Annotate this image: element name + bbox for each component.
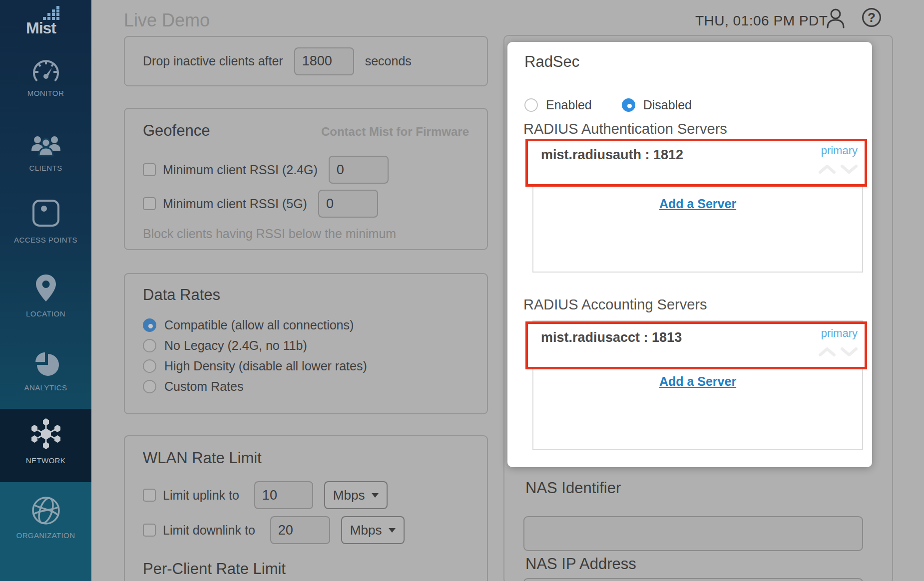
- add-acct-server-link[interactable]: Add a Server: [532, 374, 863, 389]
- radsec-enabled-label: Enabled: [546, 98, 592, 112]
- wlan-rate-limit-title: WLAN Rate Limit: [143, 449, 469, 467]
- drop-inactive-panel: Drop inactive clients after seconds: [124, 36, 488, 86]
- chevron-down-icon: [372, 493, 379, 498]
- downlink-unit-select[interactable]: Mbps: [341, 516, 405, 544]
- geofence-note: Block clients having RSSI below the mini…: [143, 227, 469, 241]
- rate-custom-radio[interactable]: [143, 380, 156, 393]
- mist-logo-text: Mist: [26, 19, 56, 37]
- help-icon[interactable]: ?: [862, 8, 881, 27]
- nas-ip-label: NAS IP Address: [525, 555, 636, 573]
- help-glyph: ?: [868, 10, 876, 25]
- mist-wlan-settings-page: Mist MONITOR: [0, 0, 924, 581]
- sidebar: Mist MONITOR: [0, 0, 91, 581]
- radsec-title: RadSec: [524, 53, 579, 71]
- radius-acct-title: RADIUS Accounting Servers: [523, 296, 707, 313]
- sidebar-item-logo[interactable]: Mist: [0, 4, 91, 39]
- radsec-radio-group: Enabled Disabled: [524, 98, 692, 112]
- radius-auth-title: RADIUS Authentication Servers: [523, 121, 727, 137]
- uplink-value-input[interactable]: [254, 481, 313, 509]
- sidebar-item-label: NETWORK: [0, 456, 91, 465]
- sidebar-item-label: ACCESS POINTS: [0, 236, 91, 244]
- nas-identifier-label: NAS Identifier: [525, 479, 621, 497]
- move-up-icon[interactable]: [819, 347, 836, 357]
- limit-downlink-label: Limit downlink to: [163, 523, 255, 538]
- radius-spotlight-section: RadSec Enabled Disabled RADIUS Authentic…: [507, 42, 872, 467]
- rssi-24g-checkbox[interactable]: [143, 163, 156, 176]
- rate-compatible-radio[interactable]: [143, 318, 156, 332]
- location-pin-icon: [35, 274, 57, 303]
- downlink-unit-value: Mbps: [350, 523, 382, 538]
- downlink-value-input[interactable]: [270, 516, 330, 544]
- page-title: Live Demo: [124, 10, 210, 31]
- rate-nolegacy-radio[interactable]: [143, 339, 156, 352]
- radsec-enabled-radio[interactable]: [524, 98, 538, 112]
- limit-uplink-label: Limit uplink to: [163, 488, 239, 503]
- network-hex-icon: [29, 417, 62, 450]
- rate-highdensity-radio[interactable]: [143, 359, 156, 373]
- monitor-gauge-icon: [32, 58, 60, 85]
- radsec-disabled-radio[interactable]: [622, 98, 635, 112]
- geofence-panel: Geofence Contact Mist for Firmware Minim…: [124, 108, 488, 250]
- sidebar-item-label: MONITOR: [0, 89, 91, 97]
- uplink-unit-value: Mbps: [333, 488, 365, 503]
- sidebar-item-label: ORGANIZATION: [0, 531, 91, 540]
- sidebar-item-label: ANALYTICS: [0, 383, 91, 392]
- uplink-unit-select[interactable]: Mbps: [324, 481, 388, 509]
- drop-inactive-label: Drop inactive clients after: [143, 54, 283, 68]
- sidebar-item-label: LOCATION: [0, 309, 91, 318]
- sidebar-item-label: CLIENTS: [0, 164, 91, 172]
- data-rates-panel: Data Rates Compatible (allow all connect…: [124, 273, 488, 414]
- access-point-icon: [31, 199, 60, 228]
- nas-identifier-input[interactable]: [523, 516, 863, 551]
- rssi-24g-input[interactable]: [329, 156, 389, 184]
- rate-compatible-label: Compatible (allow all connections): [164, 318, 354, 332]
- move-up-icon[interactable]: [819, 164, 836, 174]
- auth-server-row[interactable]: mist.radiusauth : 1812: [541, 147, 683, 163]
- limit-uplink-checkbox[interactable]: [143, 489, 156, 502]
- annotation-box-auth: mist.radiusauth : 1812 primary: [525, 139, 867, 187]
- acct-server-row[interactable]: mist.radiusacct : 1813: [541, 330, 682, 345]
- annotation-box-acct: mist.radiusacct : 1813 primary: [525, 321, 867, 369]
- organization-globe-icon: [30, 495, 61, 526]
- rate-nolegacy-label: No Legacy (2.4G, no 11b): [164, 338, 307, 353]
- clients-people-icon: [30, 131, 61, 157]
- analytics-pie-icon: [31, 348, 60, 377]
- move-down-icon[interactable]: [841, 347, 858, 357]
- drop-inactive-input[interactable]: [294, 47, 354, 75]
- radsec-disabled-label: Disabled: [643, 98, 692, 112]
- rate-highdensity-label: High Density (disable all lower rates): [164, 359, 367, 373]
- per-client-rate-limit-title: Per-Client Rate Limit: [143, 560, 469, 578]
- rssi-5g-checkbox[interactable]: [143, 197, 156, 210]
- primary-badge: primary: [821, 327, 858, 340]
- rssi-24g-label: Minimum client RSSI (2.4G): [163, 163, 318, 177]
- data-rates-title: Data Rates: [143, 286, 469, 304]
- chevron-down-icon: [389, 528, 396, 533]
- header-clock: THU, 01:06 PM PDT: [695, 13, 828, 29]
- move-down-icon[interactable]: [841, 164, 858, 174]
- add-auth-server-link[interactable]: Add a Server: [532, 197, 863, 211]
- account-icon[interactable]: [825, 7, 846, 30]
- rate-custom-label: Custom Rates: [164, 379, 243, 394]
- nas-ip-input[interactable]: [523, 578, 863, 581]
- primary-badge: primary: [821, 144, 858, 157]
- wlan-rate-limit-panel: WLAN Rate Limit Limit uplink to Mbps Lim…: [124, 435, 488, 581]
- limit-downlink-checkbox[interactable]: [143, 524, 156, 537]
- rssi-5g-label: Minimum client RSSI (5G): [163, 197, 307, 211]
- rssi-5g-input[interactable]: [318, 190, 378, 218]
- firmware-note: Contact Mist for Firmware: [321, 125, 469, 139]
- geofence-title: Geofence: [143, 122, 210, 140]
- seconds-label: seconds: [365, 54, 412, 68]
